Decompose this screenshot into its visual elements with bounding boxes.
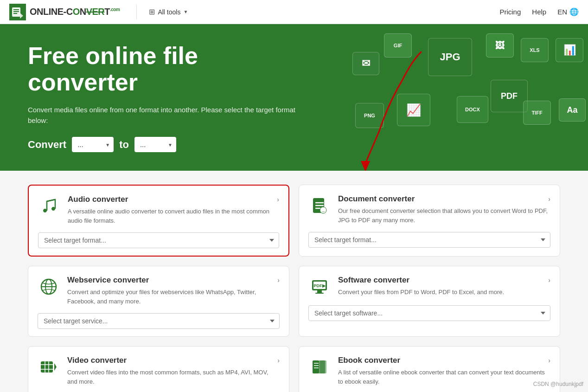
chart-line-deco: 📈 bbox=[397, 94, 430, 126]
xls-icon-deco: XLS bbox=[521, 38, 549, 62]
card-chevron-ebook: › bbox=[548, 357, 550, 364]
svg-line-6 bbox=[47, 199, 55, 201]
nav-links: Pricing Help EN 🌐 bbox=[499, 7, 579, 16]
card-chevron-webservice: › bbox=[277, 276, 280, 284]
card-text-webservice: Webservice converter › Convert and optim… bbox=[67, 276, 280, 306]
card-select-row-webservice: Select target service... bbox=[38, 313, 280, 329]
card-desc-webservice: Convert and optimize your files for webs… bbox=[67, 288, 280, 306]
music-icon bbox=[38, 195, 60, 217]
card-title-ebook: Ebook converter › bbox=[338, 356, 550, 365]
grid-icon: ⊞ bbox=[149, 7, 155, 16]
converter-card-video[interactable]: Video converter › Convert video files in… bbox=[28, 346, 289, 392]
book-icon bbox=[308, 356, 331, 378]
lang-label: EN bbox=[557, 8, 567, 16]
card-chevron-video: › bbox=[277, 357, 280, 364]
chevron-down-icon: ▼ bbox=[183, 9, 188, 14]
help-link[interactable]: Help bbox=[532, 8, 546, 16]
card-desc-video: Convert video files into the most common… bbox=[67, 368, 280, 386]
cards-grid: Audio converter › A versatile online aud… bbox=[28, 185, 560, 392]
card-desc-document: Our free document converter selection th… bbox=[338, 206, 550, 225]
card-select-row-software: Select target software... bbox=[308, 305, 550, 321]
svg-text:...: ... bbox=[322, 209, 325, 213]
card-title-webservice: Webservice converter › bbox=[67, 276, 280, 285]
card-title-audio: Audio converter › bbox=[68, 195, 279, 204]
to-format-wrapper[interactable]: ... bbox=[134, 137, 176, 152]
svg-rect-19 bbox=[315, 293, 324, 294]
convert-label: Convert bbox=[28, 139, 66, 151]
card-text-video: Video converter › Convert video files in… bbox=[67, 356, 280, 386]
hero-decorations: GIF ✉ JPG 🖼 XLS 📊 PNG PDF 📈 DOCX TIFF Aa bbox=[356, 24, 588, 171]
main-content: Audio converter › A versatile online aud… bbox=[0, 171, 588, 392]
from-format-select[interactable]: ... bbox=[72, 137, 114, 152]
globe-icon bbox=[38, 276, 60, 298]
converter-card-document[interactable]: ... Document converter › Our free docume… bbox=[299, 185, 560, 257]
card-inner-webservice: Webservice converter › Convert and optim… bbox=[38, 276, 280, 306]
card-select-row-audio: Select target format... bbox=[38, 232, 279, 248]
all-tools-label: All tools bbox=[158, 8, 180, 16]
svg-rect-18 bbox=[317, 290, 322, 293]
document-icon: ... bbox=[308, 194, 331, 217]
card-select-software[interactable]: Select target software... bbox=[308, 305, 550, 321]
svg-text:PDF▶: PDF▶ bbox=[314, 283, 326, 288]
language-button[interactable]: EN 🌐 bbox=[557, 7, 579, 16]
hero-title: Free online file converter bbox=[28, 43, 297, 96]
card-inner-software: PDF▶ Software converter › Convert your f… bbox=[308, 276, 550, 298]
svg-rect-29 bbox=[320, 360, 326, 373]
card-inner-video: Video converter › Convert video files in… bbox=[38, 356, 280, 386]
chart-icon-deco: 📊 bbox=[556, 38, 583, 62]
pdf-icon-deco: PDF bbox=[491, 80, 528, 112]
card-title-document: Document converter › bbox=[338, 194, 550, 204]
svg-rect-21 bbox=[41, 361, 53, 373]
logo-icon bbox=[9, 4, 26, 20]
card-chevron-audio: › bbox=[277, 196, 279, 203]
pricing-link[interactable]: Pricing bbox=[499, 8, 521, 16]
card-inner-audio: Audio converter › A versatile online aud… bbox=[38, 195, 279, 225]
logo-text: ONLINE-CONVERT.com bbox=[30, 6, 120, 17]
hero-content: Free online file converter Convert media… bbox=[28, 43, 297, 152]
to-label: to bbox=[119, 139, 129, 151]
card-select-audio[interactable]: Select target format... bbox=[38, 232, 279, 248]
card-desc-ebook: A list of versatile online ebook convert… bbox=[338, 368, 550, 386]
convert-row: Convert ... to ... bbox=[28, 137, 297, 152]
header: ONLINE-CONVERT.com ⊞ All tools ▼ Pricing… bbox=[0, 0, 588, 24]
card-inner-document: ... Document converter › Our free docume… bbox=[308, 194, 550, 225]
card-desc-audio: A versatile online audio converter to co… bbox=[68, 207, 279, 225]
monitor-icon: PDF▶ bbox=[308, 276, 331, 298]
to-format-select[interactable]: ... bbox=[134, 137, 176, 152]
converter-card-webservice[interactable]: Webservice converter › Convert and optim… bbox=[28, 266, 289, 337]
card-desc-software: Convert your files from PDF to Word, PDF… bbox=[338, 288, 550, 297]
card-select-row-document: Select target format... bbox=[308, 232, 550, 248]
card-inner-ebook: Ebook converter › A list of versatile on… bbox=[308, 356, 550, 386]
video-icon bbox=[38, 356, 60, 378]
card-text-software: Software converter › Convert your files … bbox=[338, 276, 550, 297]
png-icon-deco: PNG bbox=[355, 103, 384, 128]
converter-card-audio[interactable]: Audio converter › A versatile online aud… bbox=[28, 185, 289, 257]
card-select-webservice[interactable]: Select target service... bbox=[38, 313, 280, 329]
docx-icon-deco: DOCX bbox=[457, 96, 488, 123]
watermark: CSDN @hudunkjpdf bbox=[533, 381, 583, 387]
gif-icon-deco: GIF bbox=[384, 33, 412, 58]
card-text-document: Document converter › Our free document c… bbox=[338, 194, 550, 225]
tiff-icon-deco: TIFF bbox=[523, 101, 551, 125]
font-icon-deco: Aa bbox=[559, 98, 586, 122]
hero-subtitle: Convert media files online from one form… bbox=[28, 105, 297, 126]
card-title-software: Software converter › bbox=[338, 276, 550, 285]
card-text-ebook: Ebook converter › A list of versatile on… bbox=[338, 356, 550, 386]
card-select-document[interactable]: Select target format... bbox=[308, 232, 550, 248]
converter-card-software[interactable]: PDF▶ Software converter › Convert your f… bbox=[299, 266, 560, 337]
hero-banner: Free online file converter Convert media… bbox=[0, 24, 588, 171]
logo[interactable]: ONLINE-CONVERT.com bbox=[9, 4, 120, 20]
image-icon-deco: 🖼 bbox=[486, 33, 514, 58]
all-tools-button[interactable]: ⊞ All tools ▼ bbox=[144, 5, 192, 19]
card-text-audio: Audio converter › A versatile online aud… bbox=[68, 195, 279, 225]
card-chevron-document: › bbox=[548, 195, 550, 203]
card-chevron-software: › bbox=[548, 276, 550, 284]
jpg-icon-deco: JPG bbox=[428, 38, 472, 76]
converter-card-ebook[interactable]: Ebook converter › A list of versatile on… bbox=[299, 346, 560, 392]
globe-icon: 🌐 bbox=[569, 7, 579, 16]
email-icon-deco: ✉ bbox=[352, 52, 379, 75]
from-format-wrapper[interactable]: ... bbox=[72, 137, 114, 152]
svg-rect-27 bbox=[313, 360, 319, 373]
card-title-video: Video converter › bbox=[67, 356, 280, 365]
svg-marker-22 bbox=[54, 363, 57, 371]
